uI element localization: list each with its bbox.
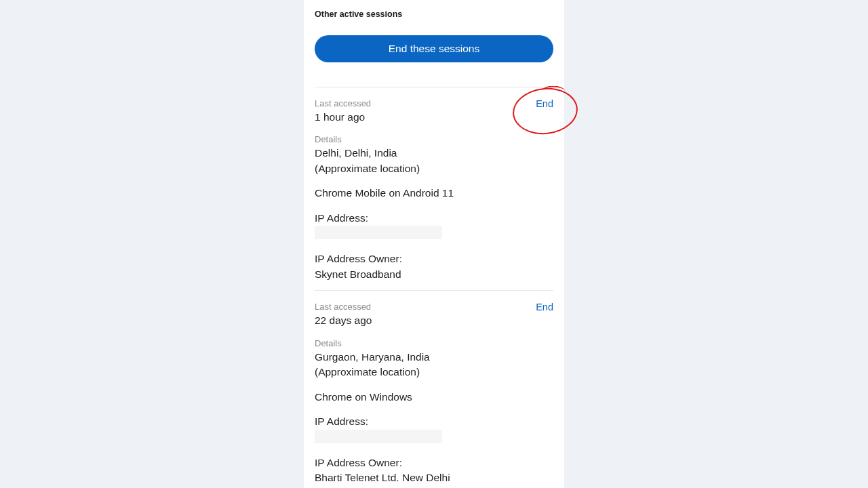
ip-owner-value: Bharti Telenet Ltd. New Delhi bbox=[315, 470, 553, 485]
ip-owner-label: IP Address Owner: bbox=[315, 251, 553, 266]
sessions-panel: Other active sessions End these sessions… bbox=[304, 0, 564, 488]
ip-address-label: IP Address: bbox=[315, 211, 553, 226]
device-value: Chrome Mobile on Android 11 bbox=[315, 186, 553, 201]
end-all-sessions-button[interactable]: End these sessions bbox=[315, 35, 553, 62]
location-line: Gurgaon, Haryana, India bbox=[315, 350, 553, 365]
last-accessed-value: 1 hour ago bbox=[315, 110, 553, 125]
last-accessed-label: Last accessed bbox=[315, 302, 553, 312]
device-value: Chrome on Windows bbox=[315, 390, 553, 405]
end-session-button[interactable]: End bbox=[536, 98, 553, 109]
location-line: Delhi, Delhi, India bbox=[315, 146, 553, 161]
last-accessed-label: Last accessed bbox=[315, 98, 553, 108]
end-session-button[interactable]: End bbox=[536, 302, 553, 312]
ip-address-redacted bbox=[315, 430, 442, 443]
ip-address-label: IP Address: bbox=[315, 414, 553, 429]
ip-owner-value: Skynet Broadband bbox=[315, 267, 553, 282]
session-item: End Last accessed 1 hour ago Details Del… bbox=[315, 87, 553, 290]
ip-address-redacted bbox=[315, 226, 442, 239]
details-label: Details bbox=[315, 338, 553, 348]
section-title: Other active sessions bbox=[315, 9, 553, 19]
location-line: (Approximate location) bbox=[315, 161, 553, 176]
ip-owner-label: IP Address Owner: bbox=[315, 455, 553, 470]
details-label: Details bbox=[315, 134, 553, 144]
session-item: End Last accessed 22 days ago Details Gu… bbox=[315, 290, 553, 488]
last-accessed-value: 22 days ago bbox=[315, 313, 553, 328]
location-line: (Approximate location) bbox=[315, 365, 553, 380]
